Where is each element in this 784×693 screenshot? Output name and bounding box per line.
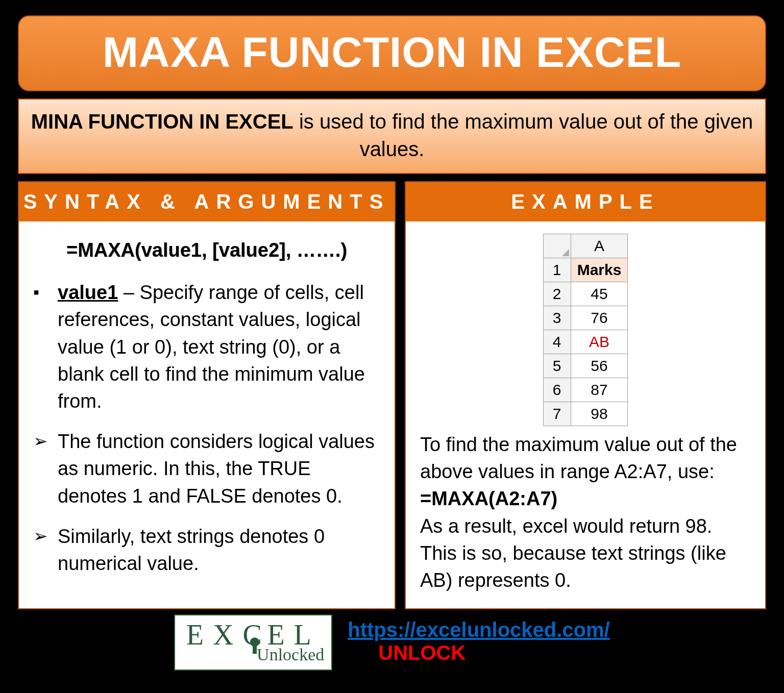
description-bold: MINA FUNCTION IN EXCEL [31, 110, 293, 133]
arg-value1-row: ▪ value1 – Specify range of cells, cell … [33, 279, 380, 415]
table-cell: AB [571, 330, 628, 354]
table-row: 245 [543, 282, 628, 306]
table-head-row: A [543, 234, 628, 258]
table-cell: 87 [571, 378, 628, 402]
table-corner-cell [543, 234, 571, 258]
columns: SYNTAX & ARGUMENTS =MAXA(value1, [value2… [18, 181, 766, 609]
table-row: 556 [543, 354, 628, 378]
footer-right: https://excelunlocked.com/ UNLOCK [348, 614, 609, 664]
example-p2: As a result, excel would return 98. This… [420, 515, 726, 591]
table-row-num: 3 [543, 306, 571, 330]
brand-logo: EX C EL Unlocked [174, 614, 332, 671]
description-rest: is used to find the maximum value out of… [293, 110, 753, 160]
example-p1: To find the maximum value out of the abo… [420, 434, 737, 482]
example-body: A 1Marks2453764AB556687798 To find the m… [406, 221, 765, 608]
footer-link[interactable]: https://excelunlocked.com/ [348, 618, 609, 641]
table-row: 687 [543, 378, 628, 402]
example-header: EXAMPLE [406, 182, 765, 221]
logo-part-1: EX [186, 621, 243, 649]
syntax-header: SYNTAX & ARGUMENTS [19, 182, 395, 221]
table-cell: 56 [571, 354, 628, 378]
table-row: 798 [543, 402, 628, 426]
table-row: 1Marks [543, 258, 628, 282]
arg-value1-label: value1 [58, 282, 118, 303]
table-row-num: 5 [543, 354, 571, 378]
table-row-num: 1 [543, 258, 571, 282]
table-cell: 76 [571, 306, 628, 330]
syntax-formula: =MAXA(value1, [value2], …….) [33, 237, 380, 264]
example-panel: EXAMPLE A 1Marks2453764AB556687798 To fi… [405, 181, 766, 609]
footer: EX C EL Unlocked https://excelunlocked.c… [18, 614, 766, 671]
title-banner: MAXA FUNCTION IN EXCEL [18, 15, 766, 91]
table-cell: Marks [571, 258, 628, 282]
example-table: A 1Marks2453764AB556687798 [543, 234, 628, 426]
chevron-bullet-icon: ➢ [33, 523, 58, 577]
note-2-row: ➢ Similarly, text strings denotes 0 nume… [33, 523, 380, 577]
keyhole-icon [250, 637, 259, 647]
table-row-num: 7 [543, 402, 571, 426]
syntax-panel: SYNTAX & ARGUMENTS =MAXA(value1, [value2… [18, 181, 396, 609]
table-cell: 45 [571, 282, 628, 306]
table-row: 4AB [543, 330, 628, 354]
table-cell: 98 [571, 402, 628, 426]
table-col-A: A [571, 234, 628, 258]
table-row-num: 2 [543, 282, 571, 306]
chevron-bullet-icon: ➢ [33, 428, 58, 510]
table-row-num: 4 [543, 330, 571, 354]
table-row-num: 6 [543, 378, 571, 402]
example-text: To find the maximum value out of the abo… [420, 431, 751, 594]
note-1-text: The function considers logical values as… [58, 428, 380, 510]
table-row: 376 [543, 306, 628, 330]
page-title: MAXA FUNCTION IN EXCEL [24, 28, 760, 77]
logo-part-c: C [242, 621, 267, 649]
note-2-text: Similarly, text strings denotes 0 numeri… [58, 523, 380, 577]
syntax-body: =MAXA(value1, [value2], …….) ▪ value1 – … [19, 221, 395, 605]
footer-unlock: UNLOCK [378, 641, 465, 664]
square-bullet-icon: ▪ [33, 279, 58, 415]
arg-value1-text: value1 – Specify range of cells, cell re… [58, 279, 380, 415]
example-formula: =MAXA(A2:A7) [420, 488, 557, 509]
note-1-row: ➢ The function considers logical values … [33, 428, 380, 510]
description-box: MINA FUNCTION IN EXCEL is used to find t… [18, 98, 766, 174]
